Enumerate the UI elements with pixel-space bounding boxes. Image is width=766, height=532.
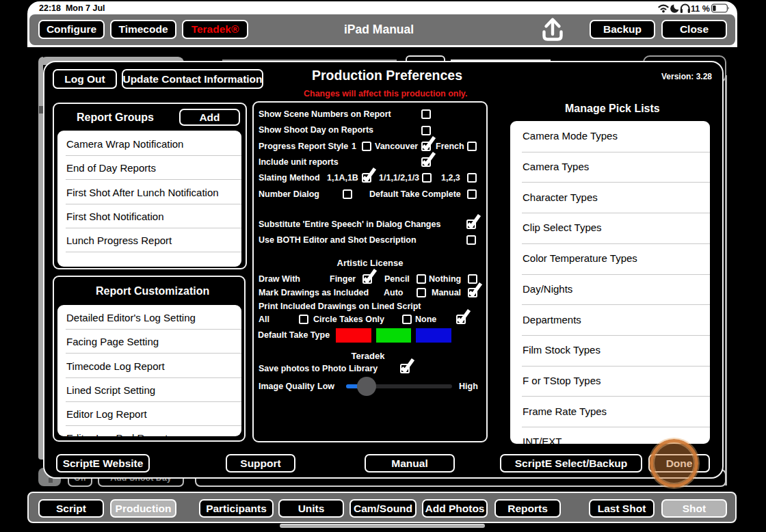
svg-text:11 %: 11 % <box>691 4 710 14</box>
